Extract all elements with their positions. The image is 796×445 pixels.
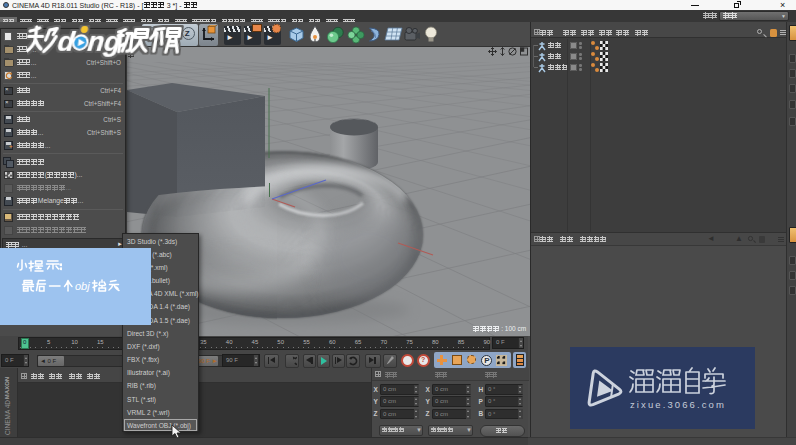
svg-text:obj: obj xyxy=(75,280,90,292)
